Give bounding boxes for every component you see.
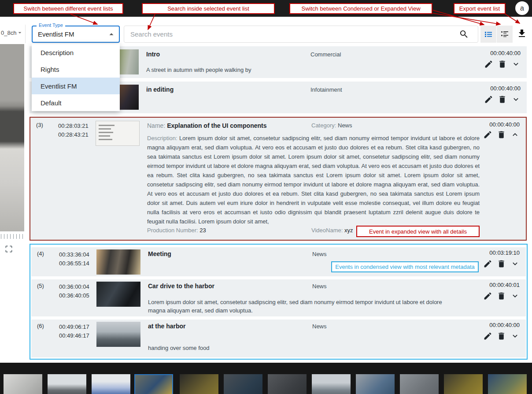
- trash-icon: [498, 95, 507, 104]
- event-thumbnail: [96, 249, 140, 275]
- chevron-down-icon: [510, 291, 520, 301]
- expand-event-button[interactable]: [510, 259, 520, 269]
- annotation-view-toggle: Switch between Condensed or Expanded Vie…: [289, 3, 432, 14]
- event-timecodes: 00:36:00:04 00:36:40:05: [59, 282, 89, 300]
- annotation-search-events: Search inside selected event list: [142, 3, 275, 14]
- delete-event-button[interactable]: [497, 59, 507, 69]
- annotation-export: Export event list: [454, 3, 506, 14]
- event-number: (6): [37, 323, 44, 329]
- delete-event-button[interactable]: [496, 130, 506, 140]
- expanded-view-button[interactable]: [497, 26, 513, 43]
- edit-event-button[interactable]: [483, 130, 492, 140]
- filmstrip-thumbnail[interactable]: [224, 374, 262, 394]
- chevron-down-icon: [510, 259, 520, 268]
- filmstrip-thumbnail[interactable]: [180, 374, 218, 394]
- category-label: Category:: [311, 122, 336, 129]
- event-name-line: Name: Explanation of the UI components: [147, 122, 266, 129]
- event-description: handing over some food: [148, 344, 209, 352]
- event-row-expanded: (3) 00:28:03:21 00:28:43:21 Name: Explan…: [30, 117, 527, 241]
- event-category: Commercial: [310, 51, 341, 58]
- trash-icon: [497, 259, 506, 268]
- filmstrip-thumbnail-selected[interactable]: [134, 374, 173, 394]
- annotation-switch-event-lists: Switch between different event lists: [13, 3, 123, 14]
- edit-event-button[interactable]: [483, 291, 492, 301]
- event-type-value: Eventlist FM: [38, 30, 74, 38]
- filmstrip-thumbnail[interactable]: [312, 374, 351, 394]
- event-category-line: Category: News: [311, 122, 352, 129]
- video-name-line: VideoName: xyz: [311, 227, 353, 234]
- trash-icon: [497, 130, 506, 139]
- top-annotation-bar: Switch between different event lists Sea…: [0, 0, 532, 17]
- delete-event-button[interactable]: [496, 259, 506, 269]
- edit-event-button[interactable]: [484, 59, 493, 69]
- filmstrip-thumbnail[interactable]: [4, 374, 42, 394]
- timecode-in: 00:36:00:04: [59, 282, 89, 291]
- view-toggle: [480, 26, 513, 43]
- delete-event-button[interactable]: [496, 291, 506, 301]
- edit-event-button[interactable]: [483, 259, 492, 269]
- expand-event-button[interactable]: [510, 331, 520, 341]
- event-description: Lorem ipsum dolor sit amet, consetetur s…: [148, 298, 461, 315]
- filmstrip-thumbnail[interactable]: [268, 374, 307, 394]
- timecode-in: 00:33:36:04: [59, 250, 89, 259]
- pencil-icon: [483, 291, 492, 301]
- video-name-label: VideoName:: [311, 227, 343, 234]
- search-icon[interactable]: [459, 29, 469, 39]
- filmstrip-thumbnail[interactable]: [356, 374, 395, 394]
- event-thumbnail: [96, 322, 140, 347]
- event-category: Infotainment: [310, 86, 342, 93]
- pencil-icon: [483, 130, 492, 139]
- production-number-line: Production Number: 23: [147, 227, 206, 234]
- event-type-label: Event Type: [37, 22, 65, 28]
- event-name: Explanation of the UI components: [167, 122, 266, 129]
- filmstrip-thumbnail[interactable]: [400, 374, 439, 394]
- production-number: 23: [200, 227, 206, 234]
- trash-icon: [498, 59, 507, 69]
- expand-event-button[interactable]: [510, 291, 520, 301]
- chevron-down-icon: [511, 95, 521, 104]
- expand-event-button[interactable]: [511, 59, 521, 69]
- clip-name-label: 0_8ch: [1, 30, 16, 36]
- expand-event-button[interactable]: [511, 95, 521, 104]
- chevron-up-icon: [510, 130, 520, 139]
- chevron-down-icon: [16, 29, 23, 36]
- edit-event-button[interactable]: [484, 95, 493, 104]
- event-name: Meeting: [148, 250, 171, 257]
- trash-icon: [497, 331, 506, 341]
- dropdown-option-eventlist-fm[interactable]: Eventlist FM: [32, 78, 120, 94]
- export-button[interactable]: [515, 27, 528, 41]
- edit-event-button[interactable]: [483, 331, 492, 341]
- event-description: A street in autumn with people walking b…: [146, 66, 251, 74]
- event-duration: 00:00:40:00: [490, 85, 521, 92]
- event-description: Lorem ipsum dolor sit amet, consetetur s…: [147, 135, 480, 225]
- clip-name[interactable]: 0_8ch: [1, 29, 23, 36]
- chevron-up-icon: [107, 30, 116, 39]
- event-description-block: Description: Lorem ipsum dolor sit amet,…: [147, 134, 480, 226]
- dropdown-option-description[interactable]: Description: [32, 44, 120, 61]
- callout-expanded-view: Event in expanded view with all details: [356, 226, 480, 237]
- delete-event-button[interactable]: [497, 95, 507, 104]
- condensed-view-icon: [483, 29, 494, 40]
- event-row: (5) 00:36:00:04 00:36:40:05 Car drive to…: [31, 279, 526, 316]
- search-input[interactable]: [124, 26, 450, 42]
- description-label: Description:: [147, 135, 177, 141]
- timecode-out: 00:49:46:17: [59, 331, 89, 340]
- event-type-select[interactable]: Event Type Eventlist FM: [32, 26, 120, 43]
- dropdown-option-default[interactable]: Default: [32, 94, 120, 111]
- filmstrip-thumbnail[interactable]: [444, 374, 483, 394]
- event-type-dropdown: Description Rights Eventlist FM Default: [32, 44, 120, 111]
- dropdown-option-rights[interactable]: Rights: [32, 61, 120, 78]
- filmstrip-thumbnail[interactable]: [48, 374, 86, 394]
- collapse-event-button[interactable]: [510, 130, 520, 140]
- expanded-view-icon: [499, 29, 510, 40]
- video-name: xyz: [344, 227, 353, 234]
- fit-view-button[interactable]: [4, 244, 14, 255]
- filmstrip-thumbnail[interactable]: [92, 374, 130, 394]
- condensed-view-button[interactable]: [480, 26, 496, 43]
- avatar[interactable]: a: [515, 1, 529, 15]
- delete-event-button[interactable]: [496, 331, 506, 341]
- filmstrip-thumbnail[interactable]: [488, 374, 527, 394]
- trash-icon: [497, 291, 506, 301]
- event-name: Car drive to the harbor: [148, 282, 214, 290]
- pencil-icon: [484, 59, 493, 69]
